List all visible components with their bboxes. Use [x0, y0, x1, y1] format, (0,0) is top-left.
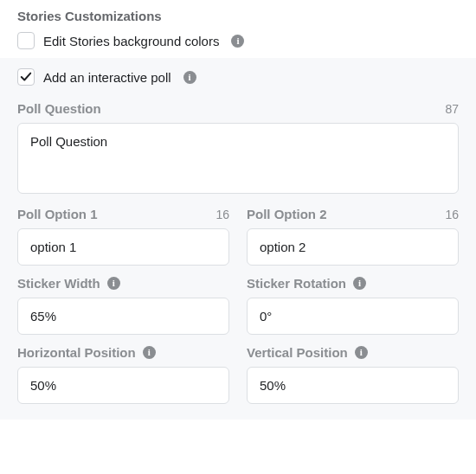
info-icon[interactable] [231, 35, 244, 48]
info-icon[interactable] [107, 277, 120, 290]
h-position-input[interactable] [17, 367, 229, 404]
section-title: Stories Customizations [0, 0, 476, 29]
v-position-input[interactable] [247, 367, 459, 404]
option1-input[interactable] [17, 228, 229, 266]
poll-question-label-row: Poll Question 87 [17, 101, 459, 116]
v-position-label-text: Vertical Position [247, 345, 348, 360]
edit-bg-checkbox[interactable] [17, 32, 35, 49]
option1-count: 16 [215, 208, 229, 221]
sticker-rotation-label-text: Sticker Rotation [247, 276, 346, 291]
add-poll-row: Add an interactive poll [17, 68, 459, 91]
option2-label: Poll Option 2 [247, 207, 327, 221]
edit-bg-label: Edit Stories background colors [43, 34, 219, 48]
info-icon[interactable] [353, 277, 366, 290]
option1-label: Poll Option 1 [17, 207, 98, 221]
option2-label-row: Poll Option 2 16 [247, 207, 459, 221]
edit-bg-row: Edit Stories background colors [0, 29, 476, 58]
option2-input[interactable] [247, 228, 459, 266]
info-icon[interactable] [143, 346, 156, 359]
option2-count: 16 [445, 208, 459, 221]
sticker-width-label-row: Sticker Width [17, 276, 229, 291]
add-poll-checkbox[interactable] [17, 68, 35, 86]
check-icon [20, 71, 32, 83]
poll-question-label: Poll Question [17, 101, 101, 116]
poll-panel: Add an interactive poll Poll Question 87… [0, 58, 476, 420]
h-position-label-text: Horizontal Position [17, 345, 136, 360]
h-position-label: Horizontal Position [17, 345, 156, 360]
v-position-label: Vertical Position [247, 345, 368, 360]
info-icon[interactable] [183, 71, 196, 84]
h-position-label-row: Horizontal Position [17, 345, 229, 360]
sticker-width-label-text: Sticker Width [17, 276, 100, 291]
sticker-rotation-label-row: Sticker Rotation [247, 276, 459, 291]
info-icon[interactable] [355, 346, 368, 359]
v-position-label-row: Vertical Position [247, 345, 459, 360]
sticker-width-input[interactable] [17, 298, 229, 335]
option1-label-row: Poll Option 1 16 [17, 207, 229, 221]
poll-question-count: 87 [445, 102, 459, 116]
add-poll-label: Add an interactive poll [43, 70, 171, 85]
sticker-rotation-input[interactable] [247, 298, 459, 335]
sticker-width-label: Sticker Width [17, 276, 120, 291]
poll-question-input[interactable] [17, 123, 459, 194]
sticker-rotation-label: Sticker Rotation [247, 276, 366, 291]
